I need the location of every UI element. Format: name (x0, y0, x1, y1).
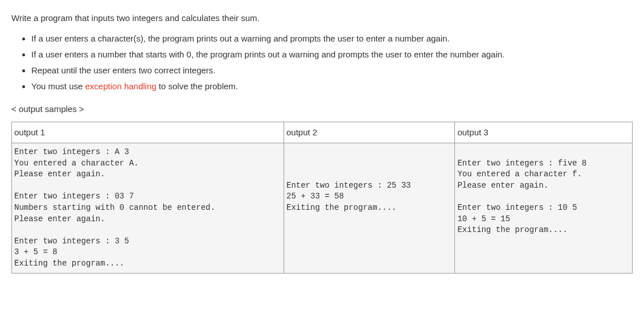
requirements-list: If a user enters a character(s), the pro… (11, 32, 633, 93)
list-item: If a user enters a character(s), the pro… (31, 32, 633, 45)
list-item: You must use exception handling to solve… (31, 80, 633, 93)
table-row: Enter two integers : A 3 You entered a c… (12, 143, 633, 274)
list-item-prefix: You must use (31, 81, 85, 91)
table-header-row: output 1 output 2 output 3 (12, 122, 633, 143)
table-header: output 2 (284, 122, 455, 143)
list-item: Repeat until the user enters two correct… (31, 64, 633, 77)
list-item: If a user enters a number that starts wi… (31, 48, 633, 61)
table-header: output 3 (455, 122, 633, 143)
output-samples-label: < output samples > (11, 102, 633, 116)
output-sample-2: Enter two integers : 25 33 25 + 33 = 58 … (284, 143, 455, 274)
output-samples-table: output 1 output 2 output 3 Enter two int… (11, 122, 633, 274)
list-item-suffix: to solve the problem. (157, 81, 238, 91)
output-sample-1: Enter two integers : A 3 You entered a c… (12, 143, 284, 274)
problem-intro: Write a program that inputs two integers… (11, 11, 633, 25)
output-sample-3: Enter two integers : five 8 You entered … (455, 143, 633, 274)
table-header: output 1 (12, 122, 284, 143)
highlight-text: exception handling (85, 81, 157, 91)
